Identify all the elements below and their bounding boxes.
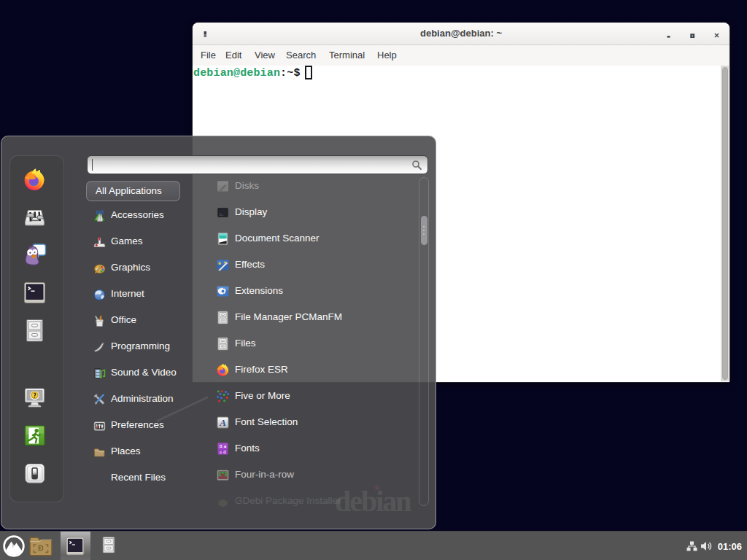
svg-text:a: a [220,443,222,448]
svg-text:A: A [219,417,226,428]
svg-text:a: a [223,448,226,455]
